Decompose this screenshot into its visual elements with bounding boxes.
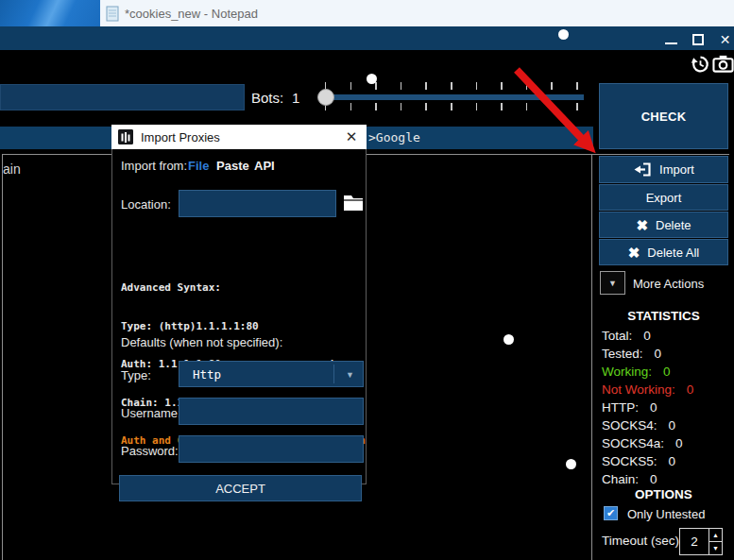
indicator-dot xyxy=(504,334,514,345)
bots-slider-track[interactable] xyxy=(326,94,584,100)
type-value: Http xyxy=(193,367,221,382)
indicator-dot xyxy=(566,459,576,469)
import-label: Import xyxy=(659,162,694,177)
delete-label: Delete xyxy=(656,218,691,232)
stat-row-chain: Chain:0 xyxy=(602,470,732,488)
target-input[interactable] xyxy=(0,84,245,110)
dialog-titlebar[interactable]: Import Proxies ✕ xyxy=(111,125,367,149)
close-icon[interactable]: ✕ xyxy=(716,31,734,49)
divider xyxy=(592,154,729,155)
check-button[interactable]: CHECK xyxy=(599,83,728,149)
delete-all-button[interactable]: ✖ Delete All xyxy=(599,239,728,265)
stat-row-http: HTTP:0 xyxy=(602,399,732,416)
timeout-spinner[interactable]: 2 ▲ ▼ xyxy=(679,528,723,555)
statistics-title: STATISTICS xyxy=(593,309,734,323)
password-label: Password: xyxy=(121,444,179,458)
spinner-arrows: ▲ ▼ xyxy=(708,529,722,554)
divider xyxy=(333,365,334,383)
indicator-dot xyxy=(367,74,377,84)
username-input[interactable] xyxy=(179,398,364,425)
dialog-close-icon[interactable]: ✕ xyxy=(342,127,361,146)
tab-paste[interactable]: Paste xyxy=(216,159,249,173)
more-actions-label[interactable]: More Actions xyxy=(633,277,704,291)
syntax-line: Type: (http)1.1.1.1:80 xyxy=(121,320,365,333)
delete-button[interactable]: ✖ Delete xyxy=(599,212,728,238)
type-dropdown[interactable]: Http ▼ xyxy=(179,361,364,387)
spin-up-icon[interactable]: ▲ xyxy=(709,529,722,542)
import-from-label: Import from: xyxy=(121,159,187,173)
notepad-titlebar[interactable]: *cookies_new - Notepad xyxy=(100,0,734,26)
only-untested-checkbox[interactable]: ✔ xyxy=(604,506,618,520)
chevron-down-icon: ▼ xyxy=(608,279,617,288)
tab-google[interactable]: >Google xyxy=(368,130,420,144)
maximize-icon[interactable] xyxy=(692,34,704,45)
dialog-title: Import Proxies xyxy=(141,130,220,144)
stat-row-socks4a: SOCKS4a:0 xyxy=(602,434,732,452)
options-title: OPTIONS xyxy=(593,487,734,501)
export-button[interactable]: Export xyxy=(599,184,728,211)
stat-row-tested: Tested:0 xyxy=(602,345,732,363)
proxy-list-icon xyxy=(118,129,133,144)
list-header-fragment: ain xyxy=(3,161,21,177)
chevron-down-icon[interactable]: ▼ xyxy=(346,370,354,380)
indicator-dot xyxy=(558,29,569,40)
stat-row-working: Working:0 xyxy=(602,363,732,381)
timeout-label: Timeout (sec): xyxy=(602,534,683,548)
type-label: Type: xyxy=(121,368,151,382)
syntax-header: Advanced Syntax: xyxy=(121,281,365,295)
dialog-body: Import from: File Paste API Location: Ad… xyxy=(111,149,367,484)
delete-all-label: Delete All xyxy=(647,246,699,260)
minimize-icon[interactable] xyxy=(665,42,677,44)
bots-value: 1 xyxy=(292,90,299,106)
tab-api[interactable]: API xyxy=(254,159,275,173)
defaults-label: Defaults (when not specified): xyxy=(121,335,282,349)
notepad-title: *cookies_new - Notepad xyxy=(125,7,258,21)
stat-row-socks4: SOCKS4:0 xyxy=(602,416,732,434)
history-icon[interactable] xyxy=(690,54,711,75)
x-icon: ✖ xyxy=(628,246,640,260)
statistics-list: Total:0 Tested:0 Working:0 Not Working:0… xyxy=(602,327,732,488)
desktop-wallpaper xyxy=(0,0,100,26)
x-icon: ✖ xyxy=(636,218,648,232)
more-actions-dropdown-button[interactable]: ▼ xyxy=(600,271,625,295)
stat-row-not-working: Not Working:0 xyxy=(602,381,732,399)
location-label: Location: xyxy=(121,197,171,212)
bots-slider-thumb[interactable] xyxy=(317,89,334,106)
import-button[interactable]: Import xyxy=(599,156,728,183)
only-untested-label[interactable]: Only Untested xyxy=(627,507,705,521)
spin-down-icon[interactable]: ▼ xyxy=(709,542,722,554)
slider-ticks-top xyxy=(325,82,588,90)
camera-icon[interactable] xyxy=(712,54,734,75)
timeout-value[interactable]: 2 xyxy=(680,529,708,554)
bots-label: Bots: xyxy=(251,90,283,106)
accept-button[interactable]: ACCEPT xyxy=(119,475,362,501)
import-proxies-dialog: Import Proxies ✕ Import from: File Paste… xyxy=(111,125,367,484)
app-window: *cookies_new - Notepad ✕ Bots: 1 >Google… xyxy=(0,0,734,560)
slider-ticks-bottom xyxy=(325,103,588,110)
password-input[interactable] xyxy=(179,435,364,463)
stat-row-socks5: SOCKS5:0 xyxy=(602,452,732,470)
stat-row-total: Total:0 xyxy=(602,327,732,345)
tab-file[interactable]: File xyxy=(188,159,209,173)
username-label: Username: xyxy=(121,406,181,420)
app-titlebar xyxy=(0,26,734,50)
import-icon xyxy=(633,161,652,178)
notepad-icon xyxy=(106,6,119,22)
browse-folder-icon[interactable] xyxy=(342,194,365,212)
check-icon: ✔ xyxy=(606,507,615,518)
location-input[interactable] xyxy=(179,190,336,217)
